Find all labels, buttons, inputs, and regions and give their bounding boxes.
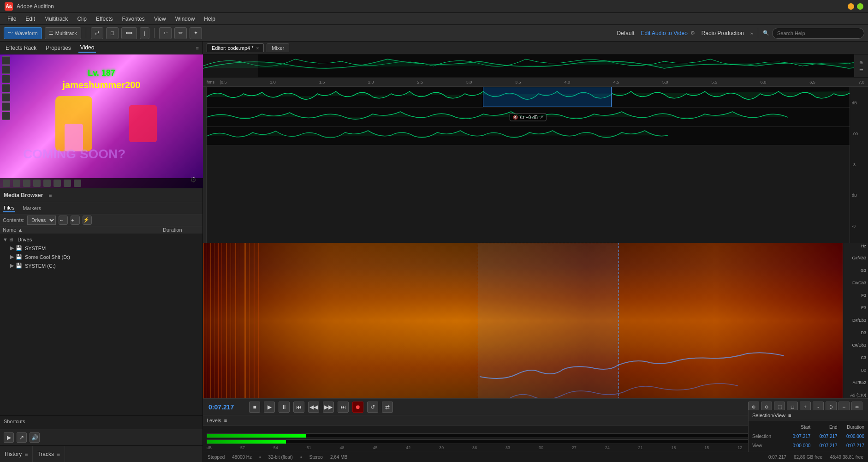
play-preview-button[interactable]: ▶ bbox=[4, 432, 14, 443]
gain-value-text: +0 dB bbox=[526, 114, 538, 120]
stop-button[interactable]: ■ bbox=[249, 402, 260, 413]
d-drive-icon: 💾 bbox=[16, 254, 23, 260]
panel-tabs: Effects Rack Properties Video ≡ bbox=[0, 42, 202, 54]
history-label: History bbox=[5, 451, 22, 457]
filter-button[interactable]: ⚡ bbox=[83, 216, 92, 225]
scale-39: -39 bbox=[438, 445, 444, 450]
undo-button[interactable]: ↩ bbox=[159, 27, 172, 39]
menu-effects[interactable]: Effects bbox=[92, 14, 116, 24]
media-tab-markers[interactable]: Markers bbox=[22, 204, 42, 212]
menu-edit[interactable]: Edit bbox=[22, 14, 39, 24]
vbb-icon-3 bbox=[23, 180, 30, 187]
audio-track-1[interactable] bbox=[207, 87, 850, 108]
tree-item-drives[interactable]: ▼ 🖥 Drives bbox=[0, 235, 202, 244]
menu-multitrack[interactable]: Multitrack bbox=[41, 14, 71, 24]
menu-view[interactable]: View bbox=[150, 14, 170, 24]
ruler-mark-2: 1,0 bbox=[270, 80, 276, 84]
scale-18: -18 bbox=[670, 445, 676, 450]
tab-effects-rack[interactable]: Effects Rack bbox=[4, 44, 38, 52]
tab-close-icon[interactable]: × bbox=[256, 46, 259, 51]
column-name: Name ▲ bbox=[3, 227, 163, 233]
levels-menu-icon[interactable]: ≡ bbox=[224, 418, 227, 423]
history-panel-tab[interactable]: History ≡ bbox=[0, 446, 33, 462]
panel-tabs-menu-icon[interactable]: ≡ bbox=[196, 45, 199, 51]
go-to-end-button[interactable]: ⏭ bbox=[338, 402, 349, 413]
multitrack-button[interactable]: ☰ Multitrack bbox=[45, 27, 81, 39]
media-tab-files[interactable]: Files bbox=[3, 204, 15, 212]
fast-forward-button[interactable]: ▶▶ bbox=[323, 402, 334, 413]
tree-item-system-c[interactable]: ▶ 💾 SYSTEM (C:) bbox=[0, 261, 202, 270]
spectrogram[interactable] bbox=[203, 243, 843, 399]
play-button[interactable]: ▶ bbox=[264, 402, 275, 413]
tracks-panel-tab[interactable]: Tracks ≡ bbox=[33, 446, 65, 462]
workspace-edit-audio[interactable]: Edit Audio to Video bbox=[641, 30, 688, 36]
vbb-icon-7 bbox=[64, 180, 71, 187]
heal-button[interactable]: ✦ bbox=[190, 27, 202, 39]
export-button[interactable]: ↗ bbox=[17, 432, 27, 443]
zoom-out-overview-icon[interactable]: ☰ bbox=[859, 67, 863, 72]
scale-33: -33 bbox=[504, 445, 510, 450]
bottom-panels: History ≡ Tracks ≡ bbox=[0, 445, 202, 462]
select-tool-button[interactable]: ◻ bbox=[106, 27, 119, 39]
svg-rect-7 bbox=[203, 243, 204, 399]
maximize-button[interactable] bbox=[857, 3, 863, 10]
scale-48: -48 bbox=[339, 445, 345, 450]
tracks-menu-icon[interactable]: ≡ bbox=[57, 451, 60, 457]
mixer-tab[interactable]: Mixer bbox=[267, 43, 289, 52]
sv-col-start: Start bbox=[784, 425, 810, 430]
waveform-icon: 〜 bbox=[8, 30, 13, 36]
tab-video[interactable]: Video bbox=[78, 43, 96, 53]
workspace-radio[interactable]: Radio Production bbox=[698, 30, 748, 36]
navigate-back-button[interactable]: ← bbox=[59, 216, 68, 225]
search-input[interactable] bbox=[772, 28, 864, 39]
sv-view-start: 0:00.000 bbox=[784, 443, 810, 448]
svg-rect-15 bbox=[235, 243, 236, 399]
menu-clip[interactable]: Clip bbox=[73, 14, 90, 24]
record-button[interactable]: ⏺ bbox=[352, 402, 363, 413]
track-content: 🔇 ⏻ +0 dB ↗ bbox=[207, 87, 850, 243]
zoom-in-overview-icon[interactable]: ⊕ bbox=[859, 60, 863, 65]
waveform-overview[interactable]: ⊕ ☰ bbox=[203, 54, 868, 78]
toolbar-separator-1 bbox=[86, 28, 86, 38]
loop-button[interactable]: ↺ bbox=[367, 402, 378, 413]
audio-preview-button[interactable]: 🔊 bbox=[30, 432, 40, 443]
history-menu-icon[interactable]: ≡ bbox=[24, 451, 28, 457]
contents-dropdown[interactable]: Drives bbox=[27, 216, 56, 225]
edit-tool-button[interactable]: | bbox=[140, 27, 149, 39]
editor-tab-code-mp4[interactable]: Editor: code.mp4 * × bbox=[207, 43, 264, 52]
media-browser-menu-icon[interactable]: ≡ bbox=[48, 192, 52, 198]
freq-scale: Hz G#/Ab3 G3 F#/Gb3 F3 E3 D#/Eb3 D3 C#/D… bbox=[843, 243, 868, 399]
workspace-settings-icon[interactable]: ⚙ bbox=[690, 30, 695, 36]
go-to-start-button[interactable]: ⏮ bbox=[293, 402, 304, 413]
menu-window[interactable]: Window bbox=[172, 14, 199, 24]
loop-playback-button[interactable]: ⇄ bbox=[382, 402, 393, 413]
add-button[interactable]: + bbox=[71, 216, 80, 225]
tree-item-system[interactable]: ▶ 💾 SYSTEM bbox=[0, 244, 202, 252]
freq-c3: C3 bbox=[845, 355, 866, 360]
menu-file[interactable]: File bbox=[4, 14, 20, 24]
audio-track-2[interactable]: 🔇 ⏻ +0 dB ↗ bbox=[207, 108, 850, 127]
video-corner-icons bbox=[0, 54, 14, 122]
audio-track-3[interactable] bbox=[207, 127, 850, 145]
workspace-more-icon[interactable]: » bbox=[750, 30, 753, 36]
ruler-mark-1: 0,5 bbox=[221, 80, 227, 84]
selection-view-menu-icon[interactable]: ≡ bbox=[788, 413, 791, 418]
menu-help[interactable]: Help bbox=[200, 14, 219, 24]
menu-favorites[interactable]: Favorites bbox=[119, 14, 149, 24]
rewind-button[interactable]: ◀◀ bbox=[308, 402, 319, 413]
tab-properties[interactable]: Properties bbox=[44, 44, 73, 52]
column-duration: Duration bbox=[163, 227, 200, 233]
workspace-default[interactable]: Default bbox=[613, 30, 638, 36]
tree-item-some-cool-shit[interactable]: ▶ 💾 Some Cool Shit (D:) bbox=[0, 252, 202, 261]
time-select-button[interactable]: ⟺ bbox=[121, 27, 137, 39]
move-tool-button[interactable]: ⇄ bbox=[91, 27, 103, 39]
status-disk-free: 62,86 GB free bbox=[794, 455, 822, 460]
waveform-button[interactable]: 〜 Waveform bbox=[4, 27, 42, 39]
minimize-button[interactable] bbox=[848, 3, 854, 10]
pause-button[interactable]: ⏸ bbox=[279, 402, 290, 413]
ruler-hms: hms bbox=[207, 80, 220, 84]
pencil-button[interactable]: ✏ bbox=[174, 27, 187, 39]
ruler-mark-10: 5,0 bbox=[662, 80, 668, 84]
ruler-mark-14: 7,0 bbox=[858, 80, 864, 84]
db-scale-label-1: dB bbox=[852, 101, 866, 105]
